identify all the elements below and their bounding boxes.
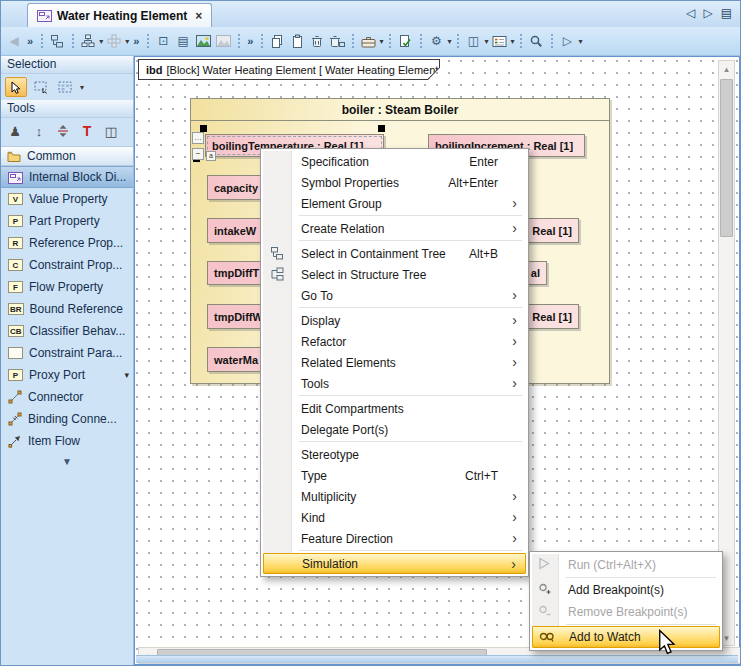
palette-item-flow-property[interactable]: F Flow Property <box>1 276 133 298</box>
image-icon[interactable] <box>193 31 213 51</box>
menu-item-feature-direction[interactable]: Feature Direction <box>263 528 526 549</box>
selection-handle[interactable] <box>378 125 385 132</box>
back-icon[interactable]: ◀ <box>4 31 24 51</box>
palette-item-constraint-parameter[interactable]: Constraint Para... <box>1 342 133 364</box>
tab-water-heating-element[interactable]: Water Heating Element × <box>27 3 212 27</box>
distribute-tool-icon[interactable]: ↕ <box>29 121 49 141</box>
menu-item-edit-compartments[interactable]: Edit Compartments <box>263 398 526 419</box>
common-section-bar[interactable]: Common <box>1 146 133 166</box>
menu-item-symbol-properties[interactable]: Symbol Properties Alt+Enter <box>263 172 526 193</box>
flip-tool-icon[interactable] <box>53 121 73 141</box>
menu-item-label: Specification <box>301 155 369 169</box>
project-usages-icon[interactable] <box>358 31 378 51</box>
palette-item-classifier-behavior[interactable]: CB Classifier Behav... <box>1 320 133 342</box>
dropdown-caret-icon[interactable]: ▾ <box>124 370 129 380</box>
selection-handle[interactable] <box>200 125 207 132</box>
toolbar-overflow-icon[interactable]: » <box>24 35 36 47</box>
menu-item-element-group[interactable]: Element Group <box>263 193 526 214</box>
dropdown-caret-icon[interactable]: ▾ <box>578 37 582 46</box>
menu-item-stereotype[interactable]: Stereotype <box>263 444 526 465</box>
menu-item-type[interactable]: Type Ctrl+T <box>263 465 526 486</box>
collapse-manipulator-icon[interactable]: − <box>192 148 204 160</box>
menu-item-display[interactable]: Display <box>263 310 526 331</box>
toolbar-separator <box>387 32 392 50</box>
palette-item-label: Classifier Behav... <box>30 324 126 338</box>
dropdown-caret-icon[interactable]: ▾ <box>447 37 451 46</box>
tab-close-icon[interactable]: × <box>195 9 202 23</box>
submenu-item-add-to-watch[interactable]: Add to Watch <box>532 626 720 648</box>
part-label: waterMa <box>214 354 258 366</box>
text-tool-icon[interactable]: T <box>77 121 97 141</box>
swap-structure-icon[interactable]: ◫ <box>101 121 121 141</box>
palette-item-part-property[interactable]: P Part Property <box>1 210 133 232</box>
menu-item-kind[interactable]: Kind <box>263 507 526 528</box>
dropdown-caret-icon[interactable]: ▾ <box>379 37 383 46</box>
palette-item-reference-property[interactable]: R Reference Prop... <box>1 232 133 254</box>
group-select-icon[interactable] <box>55 77 75 97</box>
prev-window-icon[interactable]: ◁ <box>686 6 695 20</box>
next-window-icon[interactable]: ▷ <box>703 6 712 20</box>
part-label: al <box>531 267 540 279</box>
dropdown-caret-icon[interactable]: ▾ <box>99 37 103 46</box>
search-icon[interactable] <box>526 31 546 51</box>
dropdown-caret-icon[interactable]: ▾ <box>80 83 84 92</box>
toolbar-overflow-icon[interactable]: » <box>244 35 256 47</box>
resize-icon[interactable]: ⊡ <box>153 31 173 51</box>
scroll-up-icon[interactable]: ▴ <box>719 61 734 76</box>
delete-with-dependents-icon[interactable] <box>327 31 347 51</box>
menu-item-specification[interactable]: Specification Enter <box>263 151 526 172</box>
palette-item-binding-connector[interactable]: Binding Conne... <box>1 408 133 430</box>
context-menu: Specification Enter Symbol Properties Al… <box>260 148 529 577</box>
validation-icon[interactable] <box>395 31 415 51</box>
submenu-item-add-breakpoints[interactable]: Add Breakpoint(s) <box>532 579 720 601</box>
palette-item-proxy-port[interactable]: P Proxy Port ▾ <box>1 364 133 386</box>
vertical-scrollbar-thumb[interactable] <box>720 79 733 237</box>
menu-separator <box>566 577 716 578</box>
keyboard-icon[interactable]: ▤ <box>173 31 193 51</box>
toolbar-overflow-icon[interactable]: » <box>130 35 142 47</box>
menu-item-go-to[interactable]: Go To <box>263 285 526 306</box>
palette-item-value-property[interactable]: V Value Property <box>1 188 133 210</box>
delete-icon[interactable] <box>307 31 327 51</box>
marquee-select-icon[interactable] <box>31 77 51 97</box>
navigate-manipulator-icon[interactable]: a <box>206 151 216 161</box>
run-icon[interactable]: ▷ <box>557 31 577 51</box>
dropdown-caret-icon[interactable]: ▾ <box>510 37 514 46</box>
window-list-icon[interactable]: ▤ <box>721 6 732 20</box>
layout-icon[interactable]: ◫ <box>463 31 483 51</box>
part-label: Real [1] <box>532 225 572 237</box>
paste-icon[interactable] <box>287 31 307 51</box>
watch-icon <box>539 630 556 647</box>
palette-item-constraint-property[interactable]: C Constraint Prop... <box>1 254 133 276</box>
selection-tools-row: ▾ <box>1 74 133 100</box>
copy-icon[interactable] <box>267 31 287 51</box>
hierarchy-icon[interactable] <box>78 31 98 51</box>
menu-item-select-in-structure-tree[interactable]: Select in Structure Tree <box>263 264 526 285</box>
menu-item-related-elements[interactable]: Related Elements <box>263 352 526 373</box>
menu-item-label: Kind <box>301 511 325 525</box>
part-label: Real [1] <box>532 311 572 323</box>
menu-item-select-in-containment-tree[interactable]: Select in Containment Tree Alt+B <box>263 243 526 264</box>
item-flow-icon <box>8 434 22 448</box>
menu-item-delegate-ports[interactable]: Delegate Port(s) <box>263 419 526 440</box>
containment-tree-icon[interactable] <box>47 31 67 51</box>
palette-more-chevron-icon[interactable]: ▼ <box>1 452 133 467</box>
menu-item-tools[interactable]: Tools <box>263 373 526 394</box>
palette-item-internal-block-diagram[interactable]: Internal Block Di... <box>1 166 133 188</box>
palette-item-item-flow[interactable]: Item Flow <box>1 430 133 452</box>
pointer-tool-icon[interactable] <box>5 77 27 97</box>
legend-icon[interactable] <box>489 31 509 51</box>
menu-item-simulation[interactable]: Simulation <box>263 553 526 574</box>
menu-item-label: Element Group <box>301 197 382 211</box>
palette-item-connector[interactable]: Connector <box>1 386 133 408</box>
compartments-manipulator-icon[interactable]: … <box>192 132 204 144</box>
stamp-tool-icon[interactable]: ♟ <box>5 121 25 141</box>
palette-item-bound-reference[interactable]: BR Bound Reference <box>1 298 133 320</box>
dropdown-caret-icon[interactable]: ▾ <box>484 37 488 46</box>
toolbar-separator <box>350 32 355 50</box>
menu-item-create-relation[interactable]: Create Relation <box>263 218 526 239</box>
block-title[interactable]: boiler : Steam Boiler <box>191 99 609 121</box>
menu-item-multiplicity[interactable]: Multiplicity <box>263 486 526 507</box>
menu-item-refactor[interactable]: Refactor <box>263 331 526 352</box>
settings-gear-icon[interactable]: ⚙ <box>426 31 446 51</box>
